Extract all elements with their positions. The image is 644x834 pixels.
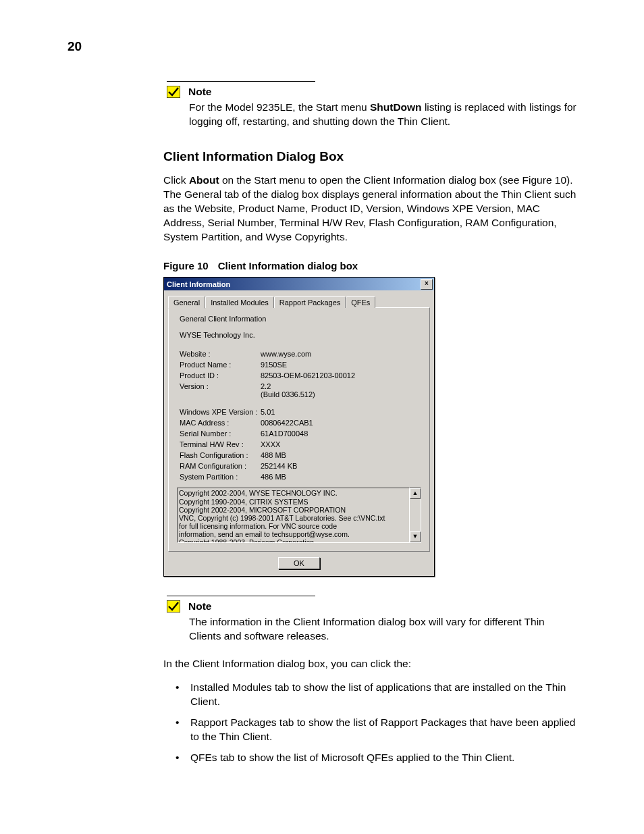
value: 82503-OEM-0621203-00012 [261, 371, 421, 380]
label: Product ID : [180, 371, 261, 380]
tab-strip: General Installed Modules Rapport Packag… [168, 294, 430, 308]
scroll-up-icon[interactable]: ▲ [410, 488, 421, 499]
tab-general[interactable]: General [168, 296, 205, 309]
note-body: For the Model 9235LE, the Start menu Shu… [189, 101, 576, 129]
list-item: Rapport Packages tab to show the list of… [176, 716, 576, 744]
tab-rapport-packages[interactable]: Rapport Packages [274, 296, 346, 308]
intro-text: Click [163, 174, 189, 186]
note-block: Note The information in the Client Infor… [167, 600, 576, 644]
value: 9150SE [261, 361, 421, 369]
row-version: Version :2.2 (Build 0336.512) [180, 382, 421, 398]
label: Website : [180, 350, 261, 358]
note-divider [167, 596, 315, 596]
note-title: Note [188, 600, 211, 613]
scrollbar[interactable]: ▲ ▼ [410, 488, 421, 543]
value: 61A1D700048 [261, 429, 421, 438]
scroll-down-icon[interactable]: ▼ [410, 531, 421, 542]
value: 488 MB [261, 451, 421, 459]
label: RAM Configuration : [180, 462, 261, 470]
client-information-dialog: Client Information × General Installed M… [163, 277, 435, 577]
note-text: For the Model 9235LE, the Start menu [189, 101, 370, 113]
label: System Partition : [180, 473, 261, 481]
list-item: QFEs tab to show the list of Microsoft Q… [176, 751, 576, 765]
row-xpe-version: Windows XPE Version :5.01 [180, 408, 421, 416]
label: Serial Number : [180, 429, 261, 438]
value: 5.01 [261, 408, 421, 416]
list-item: Installed Modules tab to show the list o… [176, 681, 576, 709]
checkmark-icon [167, 600, 180, 613]
row-flash-config: Flash Configuration :488 MB [180, 451, 421, 459]
page-number: 20 [68, 39, 576, 54]
dialog-titlebar[interactable]: Client Information × [164, 278, 434, 290]
label: MAC Address : [180, 419, 261, 427]
note-bold: ShutDown [370, 101, 422, 113]
note-body: The information in the Client Informatio… [189, 615, 576, 644]
value: 486 MB [261, 473, 421, 481]
copyright-textbox: Copyright 2002-2004, WYSE TECHNOLOGY INC… [177, 488, 410, 543]
intro-paragraph: Click About on the Start menu to open th… [163, 174, 576, 244]
ok-button[interactable]: OK [278, 557, 320, 569]
note-title: Note [188, 86, 211, 98]
note-divider [167, 81, 315, 82]
company-name: WYSE Technology Inc. [180, 331, 421, 339]
row-product-name: Product Name :9150SE [180, 361, 421, 369]
row-product-id: Product ID :82503-OEM-0621203-00012 [180, 371, 421, 380]
label: Version : [180, 382, 261, 398]
label: Product Name : [180, 361, 261, 369]
dialog-title: Client Information [167, 280, 230, 288]
close-icon[interactable]: × [421, 279, 433, 290]
figure-caption: Figure 10Client Information dialog box [163, 260, 576, 271]
row-hw-rev: Terminal H/W Rev :XXXX [180, 440, 421, 448]
tab-panel-general: General Client Information WYSE Technolo… [168, 307, 430, 552]
value: 2.2 (Build 0336.512) [261, 382, 421, 398]
value: www.wyse.com [261, 350, 421, 358]
intro-bold: About [189, 174, 219, 186]
tab-qfes[interactable]: QFEs [346, 296, 375, 308]
label: Windows XPE Version : [180, 408, 261, 416]
tab-installed-modules[interactable]: Installed Modules [205, 296, 274, 308]
group-title: General Client Information [180, 315, 421, 323]
label: Flash Configuration : [180, 451, 261, 459]
value: XXXX [261, 440, 421, 448]
row-mac-address: MAC Address :00806422CAB1 [180, 419, 421, 427]
row-serial-number: Serial Number :61A1D700048 [180, 429, 421, 438]
figure-title: Client Information dialog box [218, 260, 358, 271]
value: 00806422CAB1 [261, 419, 421, 427]
note-block: Note For the Model 9235LE, the Start men… [167, 86, 576, 129]
tabs-intro: In the Client Information dialog box, yo… [163, 657, 576, 671]
row-website: Website :www.wyse.com [180, 350, 421, 358]
label: Terminal H/W Rev : [180, 440, 261, 448]
checkmark-icon [167, 86, 180, 98]
section-heading: Client Information Dialog Box [163, 149, 576, 164]
intro-text: on the Start menu to open the Client Inf… [163, 174, 576, 242]
bullet-list: Installed Modules tab to show the list o… [176, 681, 576, 765]
row-system-partition: System Partition :486 MB [180, 473, 421, 481]
row-ram-config: RAM Configuration :252144 KB [180, 462, 421, 470]
value: 252144 KB [261, 462, 421, 470]
figure-number: Figure 10 [163, 260, 209, 271]
